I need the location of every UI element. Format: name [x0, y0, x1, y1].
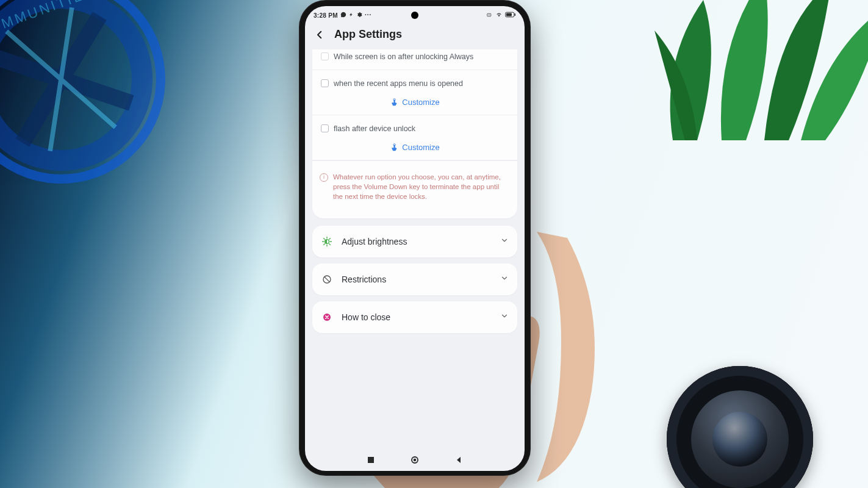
accordion-how-close[interactable]: How to close: [312, 301, 517, 333]
touch-icon: [390, 143, 398, 152]
chevron-down-icon: [500, 236, 509, 247]
run-options-card: While screen is on after unlocking Alway…: [312, 49, 517, 218]
option-recent-apps: when the recent apps menu is opened Cust…: [312, 70, 517, 115]
checkbox-screen-on[interactable]: [321, 52, 329, 60]
option-screen-on: While screen is on after unlocking Alway…: [312, 49, 517, 70]
bolt-icon: [349, 12, 354, 19]
label-how-close: How to close: [342, 312, 492, 322]
chevron-down-icon: [500, 274, 509, 285]
page-header: App Settings: [305, 23, 525, 49]
nav-home[interactable]: [411, 456, 419, 464]
system-nav: [305, 449, 525, 471]
svg-point-14: [414, 459, 417, 462]
customize-label: Customize: [402, 98, 439, 107]
accordion-restrictions[interactable]: Restrictions: [312, 264, 517, 295]
touch-icon: [390, 98, 398, 107]
customize-flash-unlock[interactable]: Customize: [318, 143, 511, 152]
background-plant: [636, 0, 868, 146]
accordion-brightness[interactable]: Adjust brightness: [312, 226, 517, 257]
background-emblem: COMMUNITIES: [0, 0, 210, 228]
whatsapp-icon: [340, 12, 346, 19]
label-recent-apps: when the recent apps menu is opened: [334, 79, 463, 89]
info-icon: i: [320, 173, 328, 182]
customize-recent-apps[interactable]: Customize: [318, 98, 511, 107]
option-flash-unlock: flash after device unlock Customize: [312, 115, 517, 160]
phone-screen: 3:28 PM ···: [305, 6, 525, 471]
label-brightness: Adjust brightness: [342, 237, 492, 246]
checkbox-recent-apps[interactable]: [321, 79, 329, 87]
label-screen-on: While screen is on after unlocking Alway…: [334, 52, 473, 62]
front-camera: [411, 12, 418, 19]
brightness-icon: [321, 235, 333, 248]
wifi-icon: [495, 12, 503, 19]
status-time: 3:28 PM: [314, 12, 338, 19]
label-restrictions: Restrictions: [342, 274, 492, 284]
background-lens: [667, 366, 813, 488]
svg-rect-5: [514, 13, 515, 16]
info-note: i Whatever run option you choose, you ca…: [312, 160, 517, 212]
svg-rect-12: [368, 457, 374, 463]
back-button[interactable]: [314, 29, 326, 41]
more-icon: ···: [365, 12, 371, 18]
content-scroll[interactable]: While screen is on after unlocking Alway…: [305, 49, 525, 449]
chevron-down-icon: [500, 312, 509, 323]
nav-recent[interactable]: [367, 456, 375, 464]
svg-rect-6: [506, 13, 512, 16]
volume-icon: [486, 12, 493, 19]
close-circle-icon: [321, 311, 333, 323]
block-icon: [321, 273, 333, 285]
customize-label: Customize: [402, 143, 439, 152]
label-flash-unlock: flash after device unlock: [334, 124, 415, 134]
checkbox-flash-unlock[interactable]: [321, 124, 329, 132]
page-title: App Settings: [334, 28, 402, 41]
nav-back[interactable]: [454, 456, 463, 464]
battery-icon: [505, 12, 516, 19]
gear-icon: [356, 12, 362, 19]
phone-frame: 3:28 PM ···: [299, 0, 531, 476]
info-note-text: Whatever run option you choose, you can,…: [333, 172, 509, 201]
